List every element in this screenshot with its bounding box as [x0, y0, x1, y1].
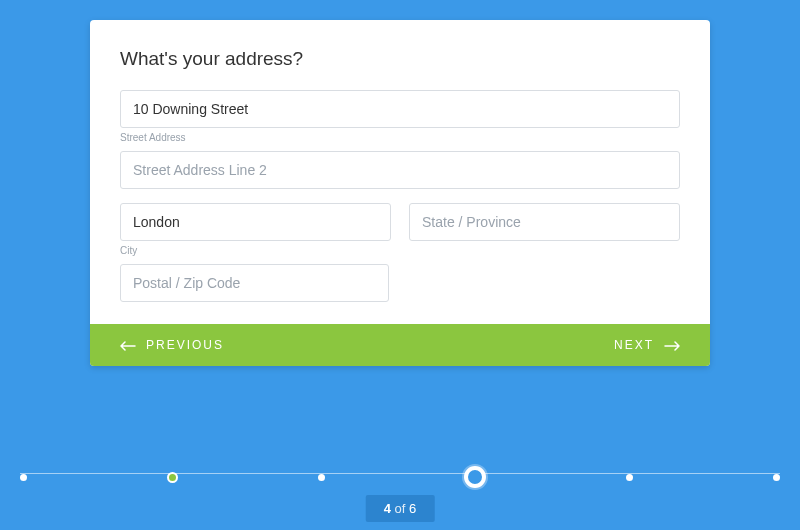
city-field-group: City [120, 203, 391, 264]
next-label: NEXT [614, 338, 654, 352]
form-body: What's your address? Street Address City [90, 20, 710, 324]
state-input[interactable] [409, 203, 680, 241]
city-input[interactable] [120, 203, 391, 241]
city-label: City [120, 245, 391, 256]
step-dot-1[interactable] [20, 474, 27, 481]
street2-field-group [120, 151, 680, 189]
previous-button[interactable]: PREVIOUS [120, 338, 224, 352]
step-indicator: 4 of 6 [366, 495, 435, 522]
form-card: What's your address? Street Address City [90, 20, 710, 366]
arrow-left-icon [120, 340, 136, 350]
previous-label: PREVIOUS [146, 338, 224, 352]
progress-bar [0, 467, 800, 488]
step-dot-5[interactable] [626, 474, 633, 481]
state-field-group [409, 203, 680, 264]
postal-row [120, 264, 680, 302]
step-dot-6[interactable] [773, 474, 780, 481]
progress-dots [0, 467, 800, 488]
step-dot-4-active[interactable] [464, 466, 486, 488]
step-total: 6 [409, 501, 416, 516]
step-dot-3[interactable] [318, 474, 325, 481]
next-button[interactable]: NEXT [614, 338, 680, 352]
street-field-group: Street Address [120, 90, 680, 143]
postal-field-group [120, 264, 389, 302]
street-label: Street Address [120, 132, 680, 143]
form-title: What's your address? [120, 48, 680, 70]
step-dot-2[interactable] [167, 472, 178, 483]
street-input[interactable] [120, 90, 680, 128]
city-state-row: City [120, 203, 680, 264]
postal-input[interactable] [120, 264, 389, 302]
step-of: of [391, 501, 409, 516]
form-footer: PREVIOUS NEXT [90, 324, 710, 366]
arrow-right-icon [664, 340, 680, 350]
street2-input[interactable] [120, 151, 680, 189]
